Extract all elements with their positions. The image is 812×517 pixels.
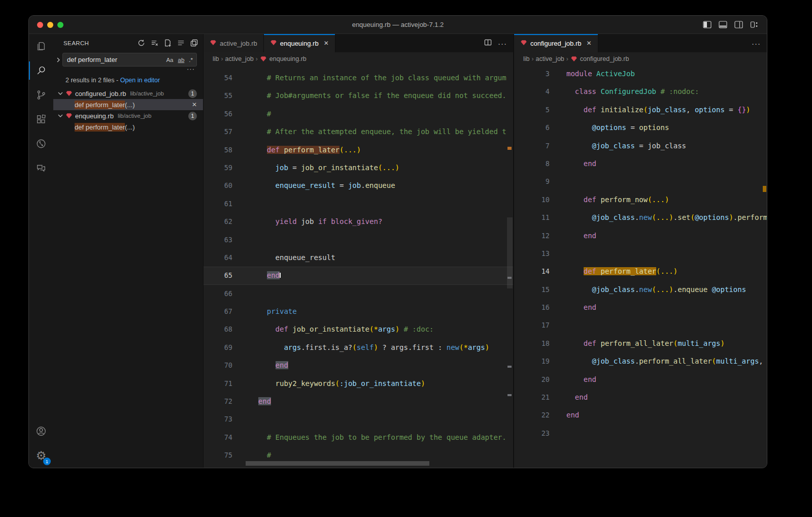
line-number: 19	[514, 352, 550, 370]
line-number: 71	[204, 375, 232, 393]
line-content: end	[232, 357, 513, 374]
breadcrumb-item[interactable]: lib	[213, 55, 219, 62]
line-content	[550, 316, 767, 334]
line-content: # After the attempted enqueue, the job w…	[232, 123, 513, 141]
whole-word-toggle[interactable]: ab	[177, 56, 186, 64]
search-file-row[interactable]: configured_job.rblib/active_job1	[53, 88, 203, 99]
accounts-icon[interactable]	[29, 419, 53, 443]
settings-badge: 1	[43, 458, 51, 465]
code-line: 55 # Job#arguments or false if the enque…	[204, 87, 513, 105]
code-line: 72 end	[204, 393, 513, 410]
more-actions-icon[interactable]: ···	[752, 39, 761, 48]
crumb-separator-icon: ›	[532, 55, 534, 62]
search-results-tree: configured_job.rblib/active_job1def perf…	[53, 88, 203, 133]
tab-bar-left: active_job.rbenqueuing.rb✕ ···	[204, 34, 513, 52]
breadcrumb[interactable]: lib›active_job›enqueuing.rb	[204, 52, 513, 65]
split-editor-icon[interactable]	[484, 39, 492, 48]
collapse-all-icon[interactable]	[177, 39, 185, 47]
crumb-separator-icon: ›	[566, 55, 568, 62]
line-content: enqueue_result	[232, 249, 513, 267]
toggle-panel-icon[interactable]	[719, 21, 727, 28]
clear-search-results-icon[interactable]	[151, 39, 158, 47]
minimize-window-button[interactable]	[47, 22, 53, 28]
comments-icon[interactable]	[29, 156, 53, 180]
toggle-primary-sidebar-icon[interactable]	[703, 21, 712, 28]
regex-toggle[interactable]: .*	[187, 56, 194, 64]
line-number: 69	[204, 339, 232, 357]
open-new-search-editor-icon[interactable]	[164, 39, 172, 47]
code-line: 18 def perform_all_later(multi_args)	[514, 335, 767, 352]
code-line: 58 def perform_later(...)	[204, 141, 513, 159]
editor-tab[interactable]: configured_job.rb✕	[514, 34, 598, 52]
code-editor-configured-job[interactable]: 3module ActiveJob4 class ConfiguredJob #…	[514, 65, 767, 468]
line-number: 64	[204, 249, 232, 267]
match-case-toggle[interactable]: Aa	[164, 56, 175, 64]
code-line: 56 #	[204, 105, 513, 123]
code-line: 74 # Enqueues the job to be performed by…	[204, 429, 513, 446]
match-highlight: def perform_later	[75, 123, 125, 132]
search-file-row[interactable]: enqueuing.rblib/active_job1	[53, 110, 203, 121]
editor-tab[interactable]: active_job.rb	[204, 34, 264, 52]
line-content: # Job#arguments or false if the enqueue …	[232, 87, 513, 105]
line-number: 59	[204, 159, 232, 177]
toggle-search-details-icon[interactable]: ···	[53, 67, 203, 74]
view-as-tree-icon[interactable]	[190, 39, 198, 47]
line-number: 54	[204, 69, 232, 87]
search-input[interactable]	[67, 56, 163, 63]
breadcrumb[interactable]: lib›active_job›configured_job.rb	[514, 52, 767, 65]
breadcrumb-item[interactable]: active_job	[536, 55, 564, 62]
search-match-row[interactable]: def perform_later(...)✕	[53, 121, 203, 133]
ruby-file-icon	[210, 39, 217, 48]
editor-tab[interactable]: enqueuing.rb✕	[264, 34, 335, 52]
overview-find-mark	[763, 186, 766, 192]
chevron-down-icon[interactable]	[56, 91, 64, 96]
zoom-window-button[interactable]	[57, 22, 63, 28]
line-content: yield job if block_given?	[232, 213, 513, 231]
dismiss-match-icon[interactable]: ✕	[192, 101, 197, 108]
file-path: lib/active_job	[118, 113, 188, 119]
line-content	[550, 173, 767, 190]
explorer-icon[interactable]	[29, 34, 53, 58]
circle-branch-icon[interactable]	[29, 132, 53, 156]
code-line: 73	[204, 410, 513, 428]
code-line: 12 end	[514, 227, 767, 245]
code-editor-enqueuing[interactable]: 54 # Returns an instance of the job clas…	[204, 65, 513, 468]
close-tab-icon[interactable]: ✕	[324, 40, 329, 47]
breadcrumb-item[interactable]: enqueuing.rb	[269, 55, 307, 62]
breadcrumb-item[interactable]: lib	[523, 55, 530, 62]
match-rest: (...)	[125, 123, 135, 131]
line-number: 4	[514, 83, 550, 101]
chevron-down-icon[interactable]	[56, 113, 64, 118]
refresh-icon[interactable]	[138, 39, 145, 47]
settings-gear-icon[interactable]: ⚙ 1	[29, 443, 53, 468]
code-line: 20 end	[514, 371, 767, 389]
more-actions-icon[interactable]: ···	[498, 39, 507, 48]
line-number: 73	[204, 410, 232, 428]
line-content: @options = options	[550, 119, 767, 137]
breadcrumb-item[interactable]: active_job	[225, 55, 254, 62]
code-line: 63	[204, 231, 513, 249]
search-match-row[interactable]: def perform_later(...)✕	[53, 99, 203, 110]
line-number: 57	[204, 123, 232, 141]
close-window-button[interactable]	[37, 22, 43, 28]
line-content: end	[232, 267, 513, 284]
code-line: 21 end	[514, 389, 767, 406]
breadcrumb-item[interactable]: configured_job.rb	[580, 55, 629, 62]
code-line: 6 @options = options	[514, 119, 767, 137]
horizontal-scrollbar[interactable]	[246, 461, 429, 466]
vertical-scrollbar[interactable]	[507, 217, 513, 288]
overview-selection-mark	[507, 394, 512, 396]
line-number: 20	[514, 371, 550, 389]
extensions-icon[interactable]	[29, 107, 53, 132]
line-number: 9	[514, 173, 550, 190]
editor-group-right: configured_job.rb✕ ··· lib›active_job›co…	[514, 34, 767, 468]
customize-layout-icon[interactable]	[750, 21, 759, 28]
window-title: enqueuing.rb — activejob-7.1.2	[29, 21, 767, 28]
toggle-replace-icon[interactable]	[54, 57, 62, 62]
open-in-editor-link[interactable]: Open in editor	[120, 77, 160, 84]
vscode-window: enqueuing.rb — activejob-7.1.2	[28, 15, 767, 468]
close-tab-icon[interactable]: ✕	[586, 40, 591, 47]
toggle-secondary-sidebar-icon[interactable]	[734, 21, 743, 28]
search-icon[interactable]	[29, 58, 53, 83]
source-control-icon[interactable]	[29, 83, 53, 107]
